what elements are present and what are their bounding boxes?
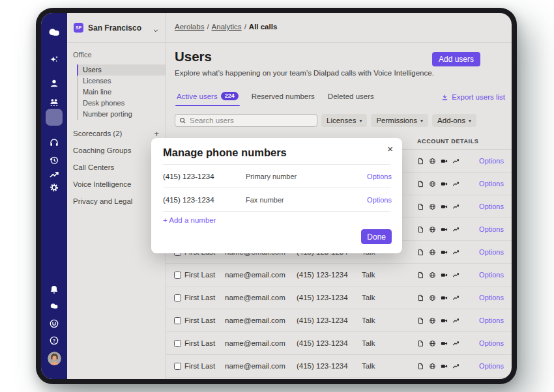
trend-line-icon[interactable] [452, 363, 459, 370]
user-email: name@email.com [225, 271, 297, 279]
tab-deleted-users[interactable]: Deleted users [328, 92, 374, 106]
sidebar-item-main-line[interactable]: Main line [77, 87, 166, 98]
ai-sparkles-icon[interactable] [49, 55, 59, 65]
document-icon[interactable] [417, 363, 424, 370]
globe-icon[interactable] [429, 203, 436, 210]
video-camera-icon[interactable] [441, 226, 448, 233]
trend-line-icon[interactable] [452, 158, 459, 165]
breadcrumb-analytics[interactable]: Analytics [212, 23, 242, 31]
trend-line-icon[interactable] [452, 340, 459, 347]
row-options-link[interactable]: Options [479, 294, 512, 301]
settings-gear-icon[interactable] [49, 182, 59, 193]
row-checkbox[interactable] [174, 294, 181, 301]
video-camera-icon[interactable] [441, 272, 448, 279]
user-license: Talk [362, 316, 417, 324]
addons-filter-dropdown[interactable]: Add-ons▾ [432, 114, 476, 127]
licenses-filter-dropdown[interactable]: Licenses▾ [321, 114, 367, 127]
row-checkbox[interactable] [174, 340, 181, 347]
document-icon[interactable] [417, 249, 424, 256]
breadcrumb-aerolabs[interactable]: Aerolabs [175, 23, 204, 31]
video-camera-icon[interactable] [441, 249, 448, 256]
trend-line-icon[interactable] [452, 226, 459, 233]
tab-active-users[interactable]: Active users 224 [177, 92, 239, 106]
video-camera-icon[interactable] [441, 180, 448, 188]
tab-reserved-numbers[interactable]: Reserved numbers [252, 92, 315, 106]
search-input[interactable] [190, 117, 313, 124]
row-options-link[interactable]: Options [479, 339, 512, 347]
sidebar-item-number-porting[interactable]: Number porting [77, 109, 166, 120]
globe-icon[interactable] [429, 363, 436, 370]
document-icon[interactable] [417, 226, 424, 233]
sidebar-item-desk-phones[interactable]: Desk phones [77, 98, 166, 109]
globe-icon[interactable] [429, 226, 436, 233]
caret-down-icon: ▾ [359, 118, 362, 124]
document-icon[interactable] [417, 203, 424, 210]
video-camera-icon[interactable] [441, 294, 448, 301]
phone-options-link[interactable]: Options [367, 173, 402, 180]
row-checkbox[interactable] [174, 317, 181, 324]
help-icon[interactable]: ? [49, 335, 59, 346]
document-icon[interactable] [417, 294, 424, 301]
globe-icon[interactable] [429, 249, 436, 256]
contact-center-icon[interactable] [49, 97, 59, 107]
document-icon[interactable] [417, 272, 424, 279]
user-avatar[interactable] [48, 352, 61, 365]
notifications-bell-icon[interactable] [49, 285, 59, 295]
sidebar-item-users[interactable]: Users [77, 64, 166, 76]
feedback-icon[interactable] [49, 318, 59, 329]
icon-rail: ? [41, 13, 67, 379]
video-camera-icon[interactable] [441, 340, 448, 347]
row-options-link[interactable]: Options [479, 157, 512, 165]
globe-icon[interactable] [429, 317, 436, 324]
video-camera-icon[interactable] [441, 158, 448, 165]
row-checkbox[interactable] [174, 363, 181, 370]
row-options-link[interactable]: Options [479, 271, 512, 279]
user-email: name@email.com [225, 316, 297, 324]
row-options-link[interactable]: Options [479, 225, 512, 233]
export-users-link[interactable]: Export users list [441, 93, 505, 101]
row-options-link[interactable]: Options [479, 362, 512, 370]
document-icon[interactable] [417, 317, 424, 324]
active-users-count-badge: 224 [221, 92, 239, 100]
document-icon[interactable] [417, 340, 424, 347]
video-camera-icon[interactable] [441, 203, 448, 210]
globe-icon[interactable] [429, 158, 436, 165]
user-phone: (415) 123-1234 [297, 339, 362, 347]
trend-line-icon[interactable] [452, 294, 459, 301]
trend-line-icon[interactable] [452, 317, 459, 324]
globe-icon[interactable] [429, 294, 436, 301]
trend-line-icon[interactable] [452, 180, 459, 188]
row-options-link[interactable]: Options [479, 180, 512, 188]
permissions-filter-dropdown[interactable]: Permissions▾ [371, 114, 428, 127]
add-users-button[interactable]: Add users [432, 52, 480, 66]
trend-line-icon[interactable] [452, 249, 459, 256]
trend-line-icon[interactable] [452, 203, 459, 210]
active-app-square[interactable] [46, 109, 63, 126]
document-icon[interactable] [417, 158, 424, 165]
row-options-link[interactable]: Options [479, 248, 512, 256]
trend-line-icon[interactable] [452, 272, 459, 279]
document-icon[interactable] [417, 180, 424, 188]
row-checkbox[interactable] [174, 272, 181, 279]
phone-options-link[interactable]: Options [367, 196, 402, 204]
sidebar-item-licenses[interactable]: Licenses [77, 76, 166, 87]
video-camera-icon[interactable] [441, 363, 448, 370]
video-camera-icon[interactable] [441, 317, 448, 324]
headset-icon[interactable] [49, 137, 59, 148]
person-icon[interactable] [49, 78, 59, 89]
analytics-trend-icon[interactable] [49, 169, 59, 180]
row-options-link[interactable]: Options [479, 203, 512, 210]
dialpad-mini-icon[interactable] [50, 302, 59, 311]
history-icon[interactable] [49, 155, 59, 165]
workspace-selector[interactable]: SF San Francisco [67, 13, 166, 42]
globe-icon[interactable] [429, 272, 436, 279]
add-number-link[interactable]: + Add a number [163, 216, 216, 224]
row-options-link[interactable]: Options [479, 316, 512, 324]
globe-icon[interactable] [429, 180, 436, 188]
globe-icon[interactable] [429, 340, 436, 347]
page-description: Explore what’s happening on your team’s … [175, 69, 434, 77]
sidebar-item-scorecards[interactable]: Scorecards (2) + [67, 126, 166, 142]
close-icon[interactable]: × [387, 143, 393, 154]
done-button[interactable]: Done [361, 229, 392, 244]
account-detail-icons [417, 158, 467, 165]
